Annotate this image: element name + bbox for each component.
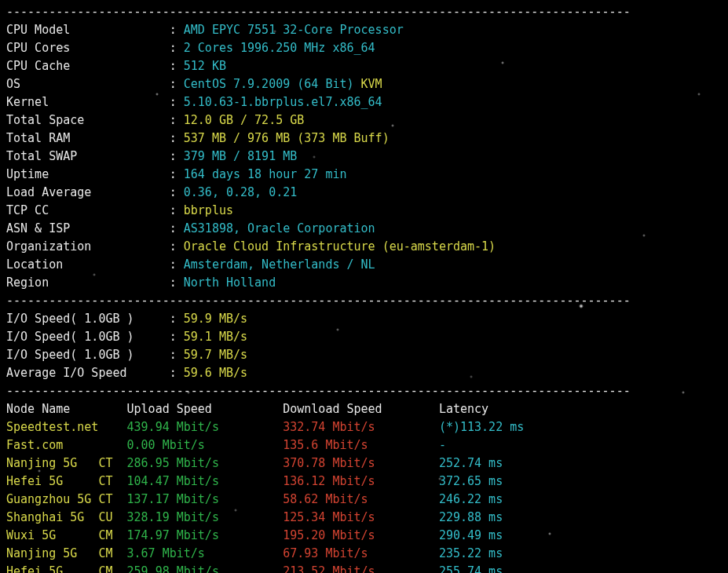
terminal-output: ----------------------------------------… — [0, 0, 728, 573]
